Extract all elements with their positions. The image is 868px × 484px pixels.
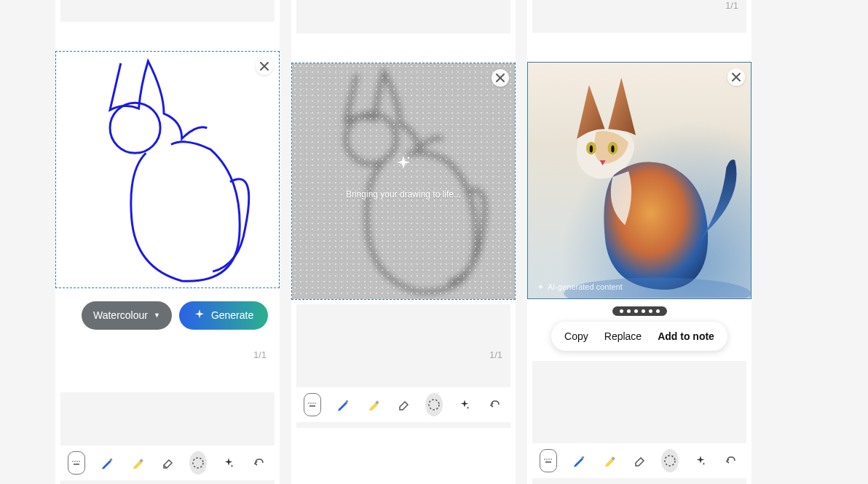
svg-point-5 — [79, 461, 80, 462]
undo-icon[interactable] — [250, 451, 267, 475]
style-selector[interactable]: Watercolour ▼ — [82, 301, 172, 330]
keyboard-icon[interactable] — [540, 449, 557, 472]
lasso-icon[interactable] — [661, 449, 679, 472]
style-label: Watercolour — [93, 309, 148, 321]
ai-sparkle-icon[interactable] — [220, 451, 237, 475]
svg-point-14 — [312, 402, 314, 404]
result-actions: Copy Replace Add to note — [551, 322, 727, 351]
svg-point-3 — [74, 461, 76, 462]
lasso-icon[interactable] — [425, 393, 443, 416]
undo-icon[interactable] — [722, 449, 739, 472]
page-counter: 1/1 — [253, 349, 267, 360]
svg-point-24 — [611, 146, 614, 153]
eraser-icon[interactable] — [395, 393, 412, 416]
note-body-blank — [60, 392, 275, 445]
generate-button[interactable]: Generate — [179, 301, 268, 330]
svg-rect-30 — [545, 461, 551, 463]
note-header-blank — [532, 0, 746, 33]
canvas-selection[interactable] — [55, 51, 280, 288]
undo-icon[interactable] — [486, 393, 503, 416]
eraser-icon[interactable] — [631, 449, 648, 472]
drawing-toolbar — [60, 445, 275, 480]
svg-rect-1 — [71, 459, 82, 467]
bottom-strip — [532, 478, 746, 484]
panel-result: AI-generated content Copy Replace Add to… — [527, 0, 751, 484]
note-header-blank — [60, 0, 275, 22]
panel-loading: Bringing your drawing to life... 1/1 — [291, 0, 516, 484]
svg-point-9 — [193, 458, 203, 468]
lasso-icon[interactable] — [189, 451, 207, 475]
highlighter-icon[interactable] — [601, 449, 618, 472]
generate-controls: Watercolour ▼ Generate — [82, 301, 280, 330]
bottom-strip — [60, 480, 275, 484]
drawing-toolbar — [532, 443, 746, 478]
svg-point-0 — [110, 103, 160, 153]
generated-image[interactable]: AI-generated content — [528, 63, 751, 298]
loading-overlay: Bringing your drawing to life... — [292, 63, 515, 299]
generate-label: Generate — [211, 309, 253, 321]
svg-rect-6 — [74, 464, 79, 465]
svg-point-28 — [548, 459, 550, 460]
svg-point-27 — [546, 459, 548, 460]
close-icon[interactable] — [256, 57, 273, 75]
ai-sparkle-icon[interactable] — [456, 393, 473, 416]
svg-point-13 — [310, 402, 312, 404]
keyboard-icon[interactable] — [304, 393, 321, 416]
canvas-selection: Bringing your drawing to life... — [291, 63, 516, 300]
sparkle-icon — [346, 154, 461, 176]
sparkle-icon — [194, 309, 205, 322]
svg-point-15 — [315, 402, 316, 404]
svg-point-29 — [551, 459, 552, 460]
pen-icon[interactable] — [98, 451, 116, 475]
canvas-selection[interactable]: AI-generated content — [527, 62, 751, 299]
page-counter: 1/1 — [489, 349, 502, 360]
copy-button[interactable]: Copy — [564, 330, 588, 342]
ai-sparkle-icon[interactable] — [692, 449, 709, 472]
replace-button[interactable]: Replace — [604, 330, 642, 342]
highlighter-icon[interactable] — [365, 393, 382, 416]
pagination-dots[interactable] — [612, 306, 667, 316]
svg-point-11 — [408, 156, 409, 158]
note-body-blank — [296, 304, 510, 387]
svg-point-23 — [590, 146, 593, 153]
keyboard-icon[interactable] — [68, 451, 85, 475]
svg-rect-16 — [309, 405, 315, 407]
close-icon[interactable] — [492, 69, 509, 87]
svg-point-33 — [665, 456, 675, 466]
note-body-blank — [532, 361, 746, 443]
loading-text: Bringing your drawing to life... — [346, 189, 461, 199]
svg-point-26 — [544, 459, 545, 460]
svg-point-12 — [308, 402, 309, 404]
page-counter: 1/1 — [725, 0, 738, 11]
ai-content-label: AI-generated content — [537, 282, 623, 291]
eraser-icon[interactable] — [159, 451, 176, 475]
chevron-down-icon: ▼ — [154, 312, 160, 319]
highlighter-icon[interactable] — [129, 451, 146, 475]
add-to-note-button[interactable]: Add to note — [658, 330, 714, 342]
svg-point-2 — [72, 461, 74, 462]
pen-icon[interactable] — [334, 393, 352, 416]
drawing-toolbar — [296, 387, 510, 422]
note-header-blank — [296, 0, 510, 33]
sketch-canvas[interactable] — [56, 52, 279, 287]
svg-point-4 — [76, 461, 78, 462]
panel-sketch: Watercolour ▼ Generate 1/1 — [55, 0, 280, 484]
svg-point-19 — [429, 400, 439, 410]
bottom-strip — [296, 422, 510, 428]
pen-icon[interactable] — [570, 449, 588, 472]
